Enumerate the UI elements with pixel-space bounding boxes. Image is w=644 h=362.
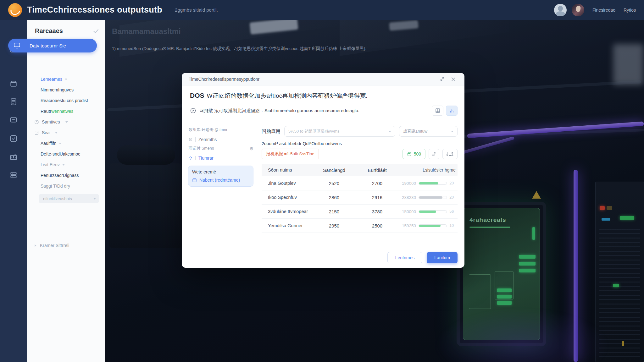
filter-select-primary[interactable]: 5%50 to 销组基基显临wvms	[284, 126, 395, 137]
table-row[interactable]: Ikoo Specnfuv 2860 2916 288230 20	[262, 190, 458, 205]
table-row[interactable]: Jina Goutplev 2520 2700 190000 20	[262, 176, 458, 190]
chevron-down-icon	[65, 79, 67, 80]
cell-name: 3vduláne ttvmopear	[262, 209, 313, 214]
table-row[interactable]: 3vduláne ttvmopear 2150 3780 150000 56	[262, 205, 458, 219]
chevron-down-icon	[65, 121, 68, 123]
dialog-footer: Lenfnmes Lanitum	[182, 248, 464, 268]
dialog-title: TimeChcrlredeesfispermesypputfonr	[189, 77, 435, 82]
column-header: Lsisulésler hgme	[399, 167, 458, 173]
progress-bar	[419, 182, 447, 185]
target-group-label: 理证付 Smeno ⚙	[189, 146, 253, 151]
check-square-icon[interactable]	[8, 133, 19, 145]
selected-node-card[interactable]: Wete eremé Nabent (redmtéame)	[188, 166, 253, 187]
progress-bar	[419, 196, 447, 199]
layers-icon	[188, 137, 193, 142]
selected-node-title: Wete eremé	[192, 169, 249, 174]
chat-icon[interactable]	[8, 114, 19, 126]
cell-progress: 288230 20	[399, 195, 458, 200]
brand-name: TimeCchrireessiones outputsutb	[27, 5, 162, 15]
document-icon[interactable]	[8, 96, 19, 108]
layers-icon	[188, 156, 193, 161]
sidebar-item[interactable]: Sea	[27, 127, 105, 138]
cell-value: 3780	[356, 209, 399, 214]
sidebar-item[interactable]: PenurzsacrDignass	[27, 170, 105, 181]
chevron-down-icon	[62, 164, 65, 166]
page-title: Bamamamauasltmi	[112, 27, 181, 36]
sidebar-item[interactable]: I wit Eenv	[27, 159, 105, 170]
sidebar: Rarcaaes Lemeames Nimmemfnguves Reacroae…	[27, 20, 105, 362]
cell-name: Jina Goutplev	[262, 181, 313, 186]
filter-select-secondary[interactable]: 成直建±mfüw	[399, 126, 458, 137]
cell-value: 2520	[313, 181, 356, 186]
cell-name: Ikoo Specnfuv	[262, 195, 313, 200]
doc-check-icon	[34, 130, 39, 135]
sidebar-select[interactable]: ntlucklizeushots	[39, 194, 99, 203]
cell-progress: 159253 10	[399, 223, 458, 228]
dialog-right-panel: 国胎庭用 5%50 to 销组基基显临wvms 成直建±mfüw 2ooomP …	[262, 126, 458, 248]
dialog-notice-text: 쳐飛散 汝可取淫划北河道隔路：Siuh'mmeréuilo gumoos ari…	[199, 108, 429, 114]
chevron-down-icon	[451, 131, 453, 132]
sidebar-check-icon[interactable]	[93, 29, 99, 33]
brand-logo-icon[interactable]	[8, 3, 22, 17]
dialog-left-panel: 数组库:环瑞击 @ tmnr Zemmths 理证付 Smeno ⚙ Tiumr…	[188, 126, 253, 248]
target-item[interactable]: Tiumrar	[188, 154, 253, 162]
cell-value: 2916	[356, 195, 399, 200]
topbar: TimeCchrireessiones outputsutb 2ggmbs si…	[0, 0, 644, 20]
icon-rail	[0, 20, 27, 362]
table-row[interactable]: Yemdilsa Gunner 2950 2500 159253 10	[262, 219, 458, 233]
chevron-down-icon	[59, 143, 61, 144]
chevron-down-icon	[55, 132, 58, 134]
sidebar-menu: Lemeames Nimmemfnguves Reacroaestu cns p…	[27, 74, 105, 203]
sidebar-item[interactable]: Aaulffifn	[27, 138, 105, 149]
view-toggle-table[interactable]	[432, 106, 443, 116]
collapse-icon[interactable]	[438, 75, 446, 83]
brand-subtitle: 2ggmbs sitiaid pertll.	[175, 7, 218, 13]
badge-check-icon	[190, 107, 196, 114]
column-header: Sanciengd	[313, 167, 356, 173]
view-toggle-tree[interactable]	[446, 106, 458, 116]
result-summary-label: 2ooomP asd.Irbebdr QdPOnilbo ontwens	[262, 141, 458, 146]
page-description: 1) mmonedSon (Dodogeco® MR. BamjadziZKid…	[112, 46, 508, 52]
rule-chip[interactable]: 报机讯报 =1.5ulk SssTine	[262, 149, 319, 159]
dialog-heading: DOSW证le:绍的数据化加步a扣oc再加检测内容蓟狠炉偏严犍得宽.	[182, 85, 464, 100]
display-icon	[13, 42, 21, 49]
sidebar-item[interactable]: Nimmemfnguves	[27, 85, 105, 95]
confirm-button[interactable]: Lanitum	[427, 252, 458, 263]
cell-value: 2150	[313, 209, 356, 214]
divider	[195, 137, 196, 142]
cell-value: 2500	[356, 223, 399, 228]
chevron-right-icon	[35, 244, 36, 247]
column-header: Eurfdiáét	[356, 167, 399, 173]
sort-asc-desc-button[interactable]	[442, 149, 458, 159]
sidebar-item[interactable]: Rautrwennatwes	[27, 106, 105, 117]
dialog-notice-row: 쳐飛散 汝可取淫划北河道隔路：Siuh'mmeréuilo gumoos ari…	[182, 100, 464, 121]
database-icon	[407, 152, 412, 156]
sidebar-item[interactable]: Samtives	[27, 117, 105, 127]
sidebar-item[interactable]: Lemeames	[27, 74, 105, 85]
topbar-link-username[interactable]: Finesiredao	[592, 8, 615, 13]
source-group-label: 数组库:环瑞击 @ tmnr	[189, 127, 253, 133]
topbar-link-menu[interactable]: Rytios	[624, 8, 636, 13]
row-count-button[interactable]: 500	[402, 149, 425, 159]
close-icon[interactable]	[449, 75, 458, 83]
sidebar-collapsed-item[interactable]: Kramer Sittrreli	[34, 243, 69, 248]
server-icon[interactable]	[8, 169, 19, 181]
sidebar-item-active[interactable]: Datv toseurnr Sie	[8, 39, 97, 52]
user-avatar[interactable]	[554, 4, 567, 16]
chevron-down-icon	[93, 198, 96, 200]
sidebar-item[interactable]: Reacroaestu cns prodist	[27, 95, 105, 106]
sidebar-item[interactable]: Saggt T/Dd dry	[27, 181, 105, 191]
cell-name: Yemdilsa Gunner	[262, 223, 313, 228]
chart-board-icon[interactable]	[8, 151, 19, 163]
archive-icon[interactable]	[8, 78, 19, 90]
sidebar-item[interactable]: Defte-sndUakcsmoe	[27, 149, 105, 159]
gear-icon[interactable]: ⚙	[249, 146, 253, 151]
swap-sort-button[interactable]	[429, 149, 439, 159]
source-item[interactable]: Zemmths	[188, 135, 253, 144]
user-avatar[interactable]	[572, 4, 584, 16]
progress-bar	[419, 224, 447, 227]
cancel-button[interactable]: Lenfnmes	[387, 252, 422, 263]
table-header-row: S6on nuims Sanciengd Eurfdiáét Lsisulésl…	[262, 164, 458, 176]
clock-icon	[34, 120, 39, 124]
progress-bar	[419, 210, 447, 213]
